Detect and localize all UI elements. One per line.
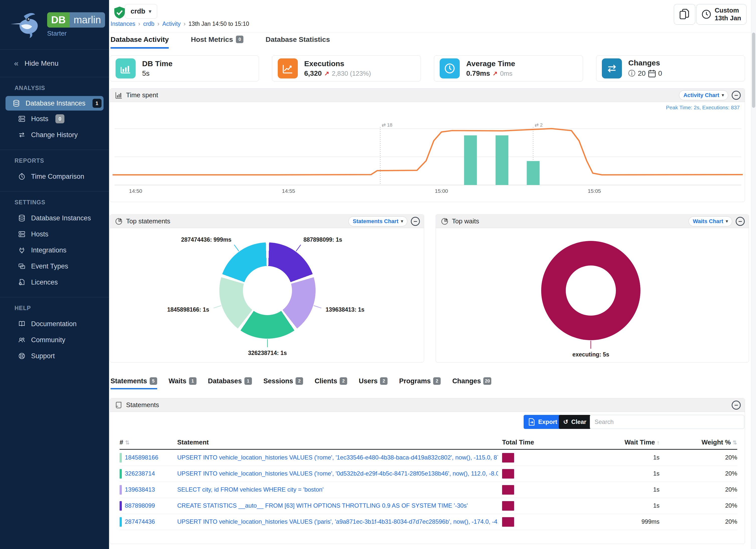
statement-id-link[interactable]: 326238714: [125, 470, 155, 477]
plug-icon: [18, 246, 26, 254]
statements-chart-dropdown[interactable]: Statements Chart ▾: [348, 216, 407, 226]
collapse-panel-button[interactable]: −: [411, 217, 420, 226]
sort-icon: ⇅: [125, 439, 130, 446]
sidebar-item-change-history[interactable]: Change History: [6, 127, 104, 143]
detail-tab-waits[interactable]: Waits1: [169, 377, 197, 389]
tab-label: Database Statistics: [265, 36, 330, 44]
page-scrollbar[interactable]: [751, 0, 756, 549]
sidebar-item-hosts[interactable]: Hosts: [6, 226, 104, 242]
server-icon: [18, 115, 26, 123]
time-range-button[interactable]: Custom 13th Jan: [696, 4, 746, 25]
copy-icon: [680, 9, 690, 20]
column-header-total-time[interactable]: Total Time: [502, 438, 534, 446]
sidebar-item-event-types[interactable]: Event Types: [6, 258, 104, 274]
breadcrumb-link[interactable]: Activity: [162, 21, 181, 27]
collapse-panel-button[interactable]: −: [732, 401, 741, 410]
column-header-wait-time[interactable]: Wait Time ↑: [624, 438, 659, 446]
sidebar-item-time-comparison[interactable]: Time Comparison: [6, 169, 104, 184]
collapse-panel-button[interactable]: −: [736, 217, 745, 226]
column-header-statement[interactable]: Statement: [177, 438, 209, 446]
sidebar-item-support[interactable]: Support: [6, 348, 104, 364]
detail-tab-users[interactable]: Users2: [359, 377, 388, 389]
clock-icon: [440, 58, 460, 78]
count-badge: 2: [380, 377, 388, 385]
breadcrumb-separator: ›: [138, 21, 140, 27]
card-title: Changes: [628, 59, 662, 67]
sidebar-item-database-instances[interactable]: Database Instances: [6, 210, 104, 226]
activity-chart-dropdown[interactable]: Activity Chart ▾: [679, 90, 728, 100]
statement-text-link[interactable]: UPSERT INTO vehicle_location_histories V…: [177, 518, 498, 525]
detail-tab-changes[interactable]: Changes20: [452, 377, 491, 389]
clear-button[interactable]: ↺ Clear: [559, 415, 591, 429]
sidebar-item-community[interactable]: Community: [6, 332, 104, 348]
detail-tab-statements[interactable]: Statements5: [111, 377, 157, 389]
tab-label: Users: [359, 377, 377, 385]
info-change-count: 20: [638, 69, 646, 77]
detail-tab-sessions[interactable]: Sessions2: [263, 377, 303, 389]
svg-text:⇄ 18: ⇄ 18: [382, 122, 392, 128]
statement-text-link[interactable]: CREATE STATISTICS __auto__ FROM [63] WIT…: [177, 502, 498, 509]
statement-id-link[interactable]: 887898099: [125, 502, 155, 509]
support-icon: [18, 352, 26, 360]
breadcrumb-link[interactable]: Instances: [111, 21, 135, 27]
swap-arrows-icon: [602, 58, 622, 78]
sidebar-item-database-instances[interactable]: Database Instances1: [6, 96, 104, 111]
tab-database-activity[interactable]: Database Activity: [111, 36, 169, 49]
panel-title: Top waits: [452, 217, 479, 225]
copy-link-button[interactable]: [674, 4, 695, 25]
hide-menu-button[interactable]: « Hide Menu: [0, 50, 109, 77]
waits-donut-chart[interactable]: executing: 5s: [436, 228, 749, 362]
sidebar-item-licences[interactable]: Licences: [6, 275, 104, 290]
tab-label: Waits: [169, 377, 186, 385]
statements-donut-chart[interactable]: 887898099: 1s139638413: 1s326238714: 1s1…: [110, 228, 424, 362]
statement-text-link[interactable]: UPSERT INTO vehicle_location_histories V…: [177, 454, 498, 461]
statement-text-link[interactable]: SELECT city, id FROM vehicles WHERE city…: [177, 486, 498, 493]
count-badge: 0: [55, 114, 64, 123]
search-input[interactable]: [590, 415, 744, 429]
count-badge: 5: [150, 377, 157, 385]
tab-label: Host Metrics: [191, 36, 233, 44]
database-icon: [18, 214, 26, 222]
instance-name: crdb: [131, 8, 145, 15]
breadcrumb-link[interactable]: crdb: [143, 21, 154, 27]
svg-text:⇄ 2: ⇄ 2: [535, 122, 543, 128]
count-badge: 2: [433, 377, 441, 385]
statement-id-link[interactable]: 1845898166: [125, 454, 158, 461]
statement-color-swatch: [120, 501, 122, 511]
statement-id-link[interactable]: 287474436: [125, 518, 155, 525]
sidebar-section-analysis: ANALYSISDatabase Instances1Hosts0Change …: [0, 77, 109, 150]
collapse-panel-button[interactable]: −: [732, 91, 741, 100]
total-time-bar: [502, 485, 514, 495]
tab-database-statistics[interactable]: Database Statistics: [265, 36, 330, 49]
info-icon: ⓘ: [628, 69, 635, 78]
breadcrumb: Instances›crdb›Activity›13th Jan 14:50 t…: [111, 21, 249, 27]
sidebar-item-integrations[interactable]: Integrations: [6, 242, 104, 258]
detail-tab-clients[interactable]: Clients2: [315, 377, 347, 389]
sidebar-item-hosts[interactable]: Hosts0: [6, 111, 104, 127]
export-button[interactable]: Export: [524, 415, 562, 429]
column-header-number[interactable]: # ⇅: [120, 438, 130, 446]
detail-tab-databases[interactable]: Databases1: [208, 377, 252, 389]
community-icon: [18, 336, 26, 344]
statement-color-swatch: [120, 469, 122, 479]
statement-text-link[interactable]: UPSERT INTO vehicle_location_histories V…: [177, 470, 498, 477]
top-waits-panel: Top waits Waits Chart ▾ − executing: 5s: [436, 214, 749, 362]
sidebar-section-title: SETTINGS: [0, 199, 109, 206]
tab-label: Changes: [452, 377, 481, 385]
sidebar-item-documentation[interactable]: Documentation: [6, 316, 104, 332]
scrollbar-thumb[interactable]: [752, 33, 755, 108]
tab-host-metrics[interactable]: Host Metrics0: [191, 36, 243, 49]
donut-slice-label: 887898099: 1s: [303, 236, 342, 243]
logo: DB marlin Starter: [0, 0, 109, 50]
event-types-icon: [18, 262, 26, 270]
statement-id-link[interactable]: 139638413: [125, 486, 155, 493]
dropdown-label: Statements Chart: [353, 218, 398, 225]
table-row: 887898099 CREATE STATISTICS __auto__ FRO…: [120, 498, 737, 514]
column-header-weight[interactable]: Weight % ⇅: [702, 438, 737, 446]
waits-chart-dropdown[interactable]: Waits Chart ▾: [689, 216, 732, 226]
database-icon: [13, 100, 20, 107]
activity-line-chart[interactable]: ⇄ 18⇄ 214:5014:5515:0015:05: [113, 102, 743, 201]
wait-time-value: 1s: [653, 470, 659, 477]
detail-tab-programs[interactable]: Programs2: [399, 377, 441, 389]
instance-selector[interactable]: crdb ▾: [125, 4, 157, 19]
